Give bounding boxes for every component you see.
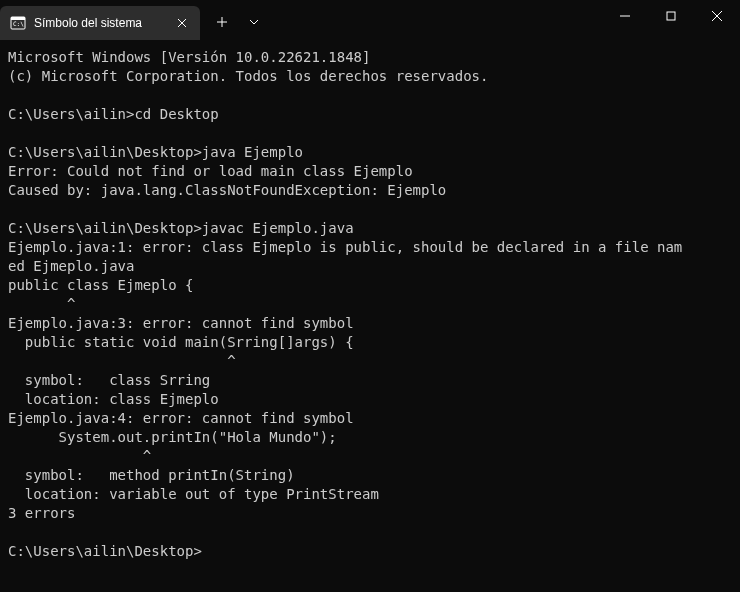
- tab-title: Símbolo del sistema: [34, 16, 166, 30]
- close-button[interactable]: [694, 0, 740, 32]
- svg-rect-8: [667, 12, 675, 20]
- svg-text:C:\: C:\: [13, 20, 24, 27]
- window-controls: [602, 0, 740, 32]
- terminal-icon: C:\: [10, 15, 26, 31]
- titlebar: C:\ Símbolo del sistema: [0, 0, 740, 40]
- tab-close-button[interactable]: [174, 15, 190, 31]
- tabs-area: C:\ Símbolo del sistema: [0, 0, 270, 40]
- minimize-button[interactable]: [602, 0, 648, 32]
- tab-active[interactable]: C:\ Símbolo del sistema: [0, 6, 200, 40]
- terminal-output[interactable]: Microsoft Windows [Versión 10.0.22621.18…: [0, 40, 740, 569]
- tab-dropdown-button[interactable]: [238, 6, 270, 38]
- maximize-button[interactable]: [648, 0, 694, 32]
- new-tab-button[interactable]: [206, 6, 238, 38]
